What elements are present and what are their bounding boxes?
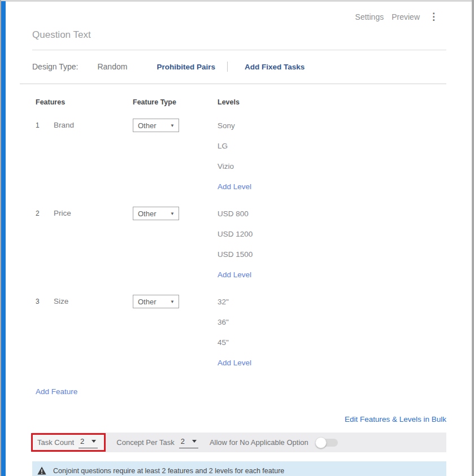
question-accent-bar xyxy=(1,1,6,476)
task-count-select[interactable]: 2 xyxy=(79,437,98,448)
no-applicable-option-group: Allow for No Applicable Option xyxy=(210,437,338,448)
feature-type-select[interactable]: Other ▼ xyxy=(133,119,179,132)
level-item[interactable]: Sony xyxy=(218,115,446,136)
level-item[interactable]: 36" xyxy=(218,312,446,332)
bulk-edit-row: Edit Features & Levels in Bulk xyxy=(32,414,446,424)
chevron-down-icon: ▼ xyxy=(170,211,175,216)
add-fixed-tasks-link[interactable]: Add Fixed Tasks xyxy=(245,63,305,71)
feature-type-select[interactable]: Other ▼ xyxy=(133,207,179,220)
task-count-value: 2 xyxy=(80,437,84,446)
feature-type-selected-value: Other xyxy=(138,209,156,218)
feature-index: 2 xyxy=(32,203,54,224)
features-table-header: Features Feature Type Levels xyxy=(32,98,446,106)
feature-row-brand: 1 Brand Other ▼ Sony LG Vizio Add Level xyxy=(32,115,446,196)
task-count-dropdown-highlighted[interactable]: Task Count 2 xyxy=(31,433,106,452)
notice-text: Conjoint questions require at least 2 fe… xyxy=(53,467,284,475)
feature-type-selected-value: Other xyxy=(138,121,156,130)
feature-name[interactable]: Price xyxy=(54,203,71,224)
concept-per-task-value: 2 xyxy=(181,437,185,446)
prohibited-pairs-link[interactable]: Prohibited Pairs xyxy=(156,63,215,71)
preview-button[interactable]: Preview xyxy=(392,12,420,21)
window-top-edge xyxy=(0,0,474,2)
warning-triangle-icon xyxy=(37,466,46,475)
level-item[interactable]: USD 1500 xyxy=(218,244,446,264)
feature-row-size: 3 Size Other ▼ 32" 36" 45" Add Level xyxy=(32,291,446,373)
window-right-edge xyxy=(472,0,474,476)
design-type-label: Design Type: xyxy=(32,62,78,71)
features-column-header: Features xyxy=(32,98,133,106)
task-count-label: Task Count xyxy=(37,438,74,447)
add-level-link[interactable]: Add Level xyxy=(218,352,446,373)
feature-type-cell: Other ▼ xyxy=(133,291,218,373)
add-level-link[interactable]: Add Level xyxy=(218,264,446,285)
add-feature-link[interactable]: Add Feature xyxy=(32,387,77,396)
levels-cell: 32" 36" 45" Add Level xyxy=(218,291,446,373)
feature-cell: 3 Size xyxy=(32,291,133,373)
level-item[interactable]: USD 1200 xyxy=(218,224,446,244)
feature-cell: 2 Price xyxy=(32,203,133,285)
feature-name[interactable]: Brand xyxy=(54,115,74,136)
concept-per-task-select[interactable]: 2 xyxy=(179,437,198,448)
feature-type-selected-value: Other xyxy=(138,298,156,306)
feature-type-cell: Other ▼ xyxy=(133,115,218,196)
chevron-down-icon: ▼ xyxy=(170,123,175,128)
feature-index: 3 xyxy=(32,291,54,312)
feature-type-column-header: Feature Type xyxy=(133,98,218,106)
levels-cell: USD 800 USD 1200 USD 1500 Add Level xyxy=(218,203,446,285)
feature-index: 1 xyxy=(32,115,54,136)
level-item[interactable]: 32" xyxy=(218,291,446,312)
question-toolbar: Settings Preview ⋮ xyxy=(32,12,446,21)
caret-down-icon xyxy=(192,440,197,443)
edit-features-levels-bulk-link[interactable]: Edit Features & Levels in Bulk xyxy=(345,415,446,423)
level-item[interactable]: 45" xyxy=(218,332,446,352)
feature-cell: 1 Brand xyxy=(32,115,133,196)
concept-per-task-group: Concept Per Task 2 xyxy=(116,437,198,448)
level-item[interactable]: Vizio xyxy=(218,156,446,176)
concept-per-task-label: Concept Per Task xyxy=(116,438,174,447)
vertical-divider xyxy=(227,62,228,72)
question-text-input[interactable]: Question Text xyxy=(32,29,446,50)
toggle-knob xyxy=(315,437,327,448)
levels-cell: Sony LG Vizio Add Level xyxy=(218,115,446,196)
more-menu-icon[interactable]: ⋮ xyxy=(429,13,438,21)
feature-type-cell: Other ▼ xyxy=(133,203,218,285)
feature-type-select[interactable]: Other ▼ xyxy=(133,295,179,308)
no-applicable-option-toggle[interactable] xyxy=(315,437,338,448)
levels-column-header: Levels xyxy=(218,98,446,106)
add-level-link[interactable]: Add Level xyxy=(218,176,446,196)
chevron-down-icon: ▼ xyxy=(170,299,175,304)
conjoint-controls-bar: Task Count 2 Concept Per Task 2 Allow fo… xyxy=(32,433,446,452)
section-divider xyxy=(20,84,446,84)
design-type-row: Design Type: Random Prohibited Pairs Add… xyxy=(32,62,446,72)
feature-name[interactable]: Size xyxy=(54,291,68,312)
features-table-body: 1 Brand Other ▼ Sony LG Vizio Add Level xyxy=(32,115,446,373)
level-item[interactable]: USD 800 xyxy=(218,203,446,224)
features-table: Features Feature Type Levels 1 Brand Oth… xyxy=(32,98,446,396)
conjoint-requirement-notice: Conjoint questions require at least 2 fe… xyxy=(32,461,446,476)
question-text-placeholder: Question Text xyxy=(32,29,91,40)
level-item[interactable]: LG xyxy=(218,136,446,156)
design-type-value[interactable]: Random xyxy=(97,62,127,71)
caret-down-icon xyxy=(92,440,96,443)
no-applicable-option-label: Allow for No Applicable Option xyxy=(210,438,308,447)
conjoint-question-editor: Settings Preview ⋮ Question Text Design … xyxy=(6,2,471,476)
settings-button[interactable]: Settings xyxy=(355,12,384,21)
feature-row-price: 2 Price Other ▼ USD 800 USD 1200 USD 150… xyxy=(32,203,446,285)
